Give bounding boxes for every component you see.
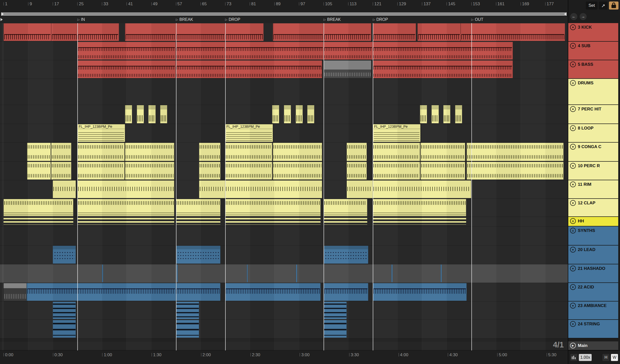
clip-hh[interactable] [77,218,174,225]
track-header-percr[interactable]: ▼10 PERC R [568,162,618,180]
clip-rim[interactable] [347,180,373,198]
track-header-hh[interactable]: ≡HH [568,217,618,226]
clip-hh[interactable] [373,218,466,225]
clip-kick[interactable] [125,23,176,41]
play-icon[interactable]: ▶ [570,343,576,348]
clip-kick[interactable] [4,23,51,41]
track-header-main[interactable]: ▶Main [568,341,618,350]
track-header-hashado[interactable]: ▼21 HASHADO [568,264,618,283]
clip-acid[interactable] [324,283,368,301]
clip-perchit[interactable] [431,105,439,123]
clip-ambiance[interactable] [324,302,347,319]
clip-perchit[interactable] [284,105,291,123]
track-lane-lead[interactable] [0,246,568,264]
clip-clap[interactable] [324,199,367,216]
track-header-kick[interactable]: ▼3 KICK [568,23,618,42]
fold-arrow-icon[interactable]: ▼ [570,62,576,67]
track-lane-hashado[interactable] [0,264,568,283]
clip-perchit[interactable] [125,105,132,123]
track-lane-main[interactable] [0,341,568,350]
clip-string[interactable] [324,320,347,338]
locator-row[interactable]: ▷IN▷BREAK▷DROP▷BREAK▷DROP▷OUT [0,17,568,23]
fold-arrow-icon[interactable]: ▼ [570,266,576,271]
clip-sub[interactable] [373,42,513,59]
clip-kick[interactable] [273,23,324,41]
clip-ambiance[interactable] [176,302,199,319]
clip-percr[interactable] [225,162,272,179]
fold-arrow-icon[interactable]: ▼ [570,321,576,327]
clip-lead[interactable] [324,246,368,264]
clip-perchit[interactable] [160,105,167,123]
group-icon[interactable]: ≡ [570,218,576,224]
clip-hh[interactable] [4,218,73,225]
clip-rim[interactable] [53,180,76,198]
back-arrow-button[interactable]: ← [570,13,577,20]
clip-perchit[interactable] [455,105,462,123]
clip-conga[interactable] [225,143,272,161]
clip-kick[interactable] [51,23,77,41]
clip-ambiance[interactable] [53,302,76,319]
clip-hashado[interactable] [441,265,442,282]
w-zoom-button[interactable]: W [611,354,618,361]
track-lane-acid[interactable] [0,283,568,301]
clip-bass[interactable] [176,60,225,78]
locator-drop[interactable]: ▷DROP [225,17,240,22]
clip-lead[interactable] [176,246,221,264]
clip-conga[interactable] [420,143,465,161]
track-header-acid[interactable]: ▼22 ACID [568,283,618,301]
group-icon[interactable]: ≡ [570,80,576,86]
loop-bar[interactable] [0,12,568,17]
clip-percr[interactable] [467,162,564,179]
clip-kick[interactable] [461,23,565,41]
fold-arrow-icon[interactable]: ▼ [570,200,576,206]
lock-icon[interactable] [609,2,618,10]
fold-arrow-icon[interactable]: ▼ [570,247,576,253]
clip-conga[interactable] [467,143,564,161]
zoom-level[interactable]: 1.00x [579,354,592,361]
clip-sub[interactable] [176,42,225,59]
clip-conga[interactable] [77,143,125,161]
clip-lead[interactable] [53,246,76,264]
track-header-conga[interactable]: ▼9 CONGA C [568,143,618,162]
clip-rim[interactable] [77,180,174,198]
meter-icon[interactable] [570,354,577,361]
clip-percr[interactable] [347,162,367,179]
clip-percr[interactable] [373,162,420,179]
fold-arrow-icon[interactable]: ▼ [570,163,576,169]
clip-loop[interactable]: FL_IHP_123BPM_Pe [373,124,420,142]
clip-perchit[interactable] [272,105,279,123]
fold-arrow-icon[interactable]: ▼ [570,24,576,30]
clip-loop[interactable]: FL_IHP_123BPM_Pe [225,124,273,142]
track-lane-clap[interactable] [0,199,568,217]
clip-percr[interactable] [27,162,50,179]
clip-kick[interactable] [225,23,264,41]
clip-hh[interactable] [324,218,367,225]
clip-string[interactable] [53,320,76,338]
clip-perchit[interactable] [443,105,450,123]
track-header-loop[interactable]: ▼8 LOOP [568,124,618,143]
track-lane-sub[interactable] [0,42,568,60]
fold-arrow-icon[interactable]: ▼ [570,181,576,187]
clip-percr[interactable] [125,162,174,179]
clip-bass[interactable] [225,60,322,78]
clip-string[interactable] [176,320,199,338]
locator-drop[interactable]: ▷DROP [373,17,388,22]
clip-percr[interactable] [420,162,465,179]
track-header-clap[interactable]: ▼12 CLAP [568,199,618,217]
clip-hh[interactable] [225,218,321,225]
clip-perchit[interactable] [420,105,427,123]
fold-arrow-icon[interactable]: ▼ [570,43,576,49]
clip-acid[interactable] [373,283,467,301]
track-header-perchit[interactable]: ▼7 PERC HIT [568,105,618,124]
clip-hashado[interactable] [391,265,393,282]
track-lane-bass[interactable] [0,60,568,79]
clip-conga[interactable] [27,143,50,161]
clip-kick[interactable] [417,23,461,41]
clip-clap[interactable] [4,199,73,216]
clip-conga[interactable] [199,143,221,161]
clip-percr[interactable] [273,162,322,179]
clip-sub[interactable] [225,42,324,59]
loop-brace[interactable] [1,12,567,16]
clip-perchit[interactable] [307,105,314,123]
clip-bass[interactable] [77,60,176,78]
